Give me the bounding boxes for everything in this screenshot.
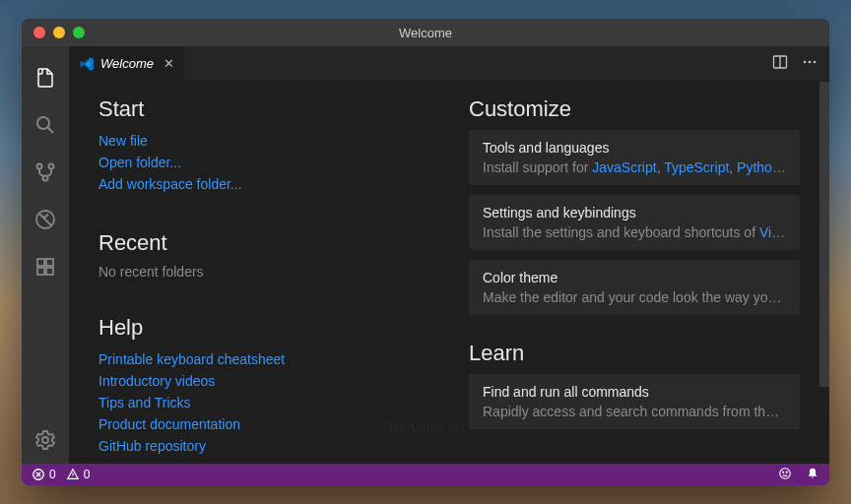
- recent-section: Recent No recent folders: [98, 230, 429, 280]
- help-github-link[interactable]: GitHub repository: [98, 435, 429, 457]
- tab-welcome[interactable]: Welcome ✕: [69, 46, 184, 81]
- keymap-vim-link[interactable]: Vim: [759, 224, 785, 240]
- scrollbar[interactable]: [819, 82, 829, 387]
- card-title: Color theme: [483, 270, 786, 285]
- settings-gear-icon[interactable]: [22, 416, 69, 464]
- svg-point-15: [809, 60, 812, 63]
- svg-point-4: [43, 176, 48, 181]
- tab-close-icon[interactable]: ✕: [164, 56, 174, 71]
- lang-py-link[interactable]: Python: [737, 159, 786, 175]
- tools-languages-card[interactable]: Tools and languages Install support for …: [469, 130, 800, 185]
- tab-bar: Welcome ✕: [69, 46, 829, 81]
- status-errors[interactable]: 0: [32, 468, 56, 481]
- open-folder-link[interactable]: Open folder...: [98, 152, 429, 173]
- warning-count: 0: [84, 468, 91, 481]
- right-column: Customize Tools and languages Install su…: [469, 96, 800, 464]
- start-section: Start New file Open folder... Add worksp…: [98, 96, 429, 195]
- editor-area: Welcome ✕ Start New: [69, 46, 829, 464]
- svg-point-16: [814, 60, 817, 63]
- app-window: Welcome: [22, 19, 829, 485]
- svg-point-0: [37, 117, 49, 129]
- learn-heading: Learn: [469, 341, 800, 366]
- settings-keybindings-card[interactable]: Settings and keybindings Install the set…: [469, 195, 800, 250]
- find-run-commands-card[interactable]: Find and run all commands Rapidly access…: [469, 374, 800, 429]
- status-warnings[interactable]: 0: [66, 468, 91, 481]
- customize-heading: Customize: [469, 96, 800, 122]
- help-heading: Help: [98, 315, 429, 341]
- color-theme-card[interactable]: Color theme Make the editor and your cod…: [469, 260, 800, 315]
- minimize-window-button[interactable]: [53, 27, 65, 38]
- card-title: Tools and languages: [483, 140, 786, 156]
- help-cheatsheet-link[interactable]: Printable keyboard cheatsheet: [98, 348, 429, 370]
- search-icon[interactable]: [22, 101, 69, 149]
- explorer-icon[interactable]: [22, 54, 69, 101]
- titlebar: Welcome: [22, 19, 829, 46]
- svg-point-3: [49, 164, 54, 169]
- tab-label: Welcome: [100, 56, 154, 71]
- start-heading: Start: [98, 96, 429, 122]
- lang-ts-link[interactable]: TypeScript: [664, 159, 729, 175]
- card-sub: Make the editor and your code look the w…: [483, 289, 786, 305]
- svg-point-14: [804, 60, 807, 63]
- more-actions-icon[interactable]: [802, 54, 818, 74]
- help-docs-link[interactable]: Product documentation: [98, 413, 429, 435]
- debug-icon[interactable]: [22, 196, 69, 243]
- main-area: Welcome ✕ Start New: [22, 46, 829, 464]
- card-sub: Rapidly access and search commands from …: [483, 404, 786, 419]
- svg-line-6: [39, 214, 51, 225]
- lang-js-link[interactable]: JavaScript: [592, 159, 656, 175]
- svg-line-1: [48, 128, 54, 134]
- feedback-smiley-icon[interactable]: [778, 467, 792, 483]
- welcome-page: Start New file Open folder... Add worksp…: [69, 81, 829, 464]
- error-icon: [32, 468, 45, 481]
- svg-point-11: [42, 437, 48, 443]
- help-section: Help Printable keyboard cheatsheet Intro…: [98, 315, 429, 457]
- svg-point-22: [786, 472, 787, 472]
- window-title: Welcome: [22, 26, 829, 40]
- split-editor-icon[interactable]: [772, 54, 788, 74]
- activity-bar: [22, 46, 69, 464]
- card-title: Find and run all commands: [483, 384, 786, 400]
- tab-actions: [772, 46, 829, 81]
- help-tips-link[interactable]: Tips and Tricks: [98, 392, 429, 413]
- help-videos-link[interactable]: Introductory videos: [98, 370, 429, 392]
- warning-icon: [66, 468, 80, 481]
- new-file-link[interactable]: New file: [98, 130, 429, 152]
- card-sub: Install the settings and keyboard shortc…: [483, 224, 786, 240]
- extensions-icon[interactable]: [22, 243, 69, 290]
- svg-rect-10: [46, 268, 53, 275]
- status-bar: 0 0: [22, 464, 829, 485]
- left-column: Start New file Open folder... Add worksp…: [98, 96, 429, 464]
- close-window-button[interactable]: [33, 27, 45, 38]
- svg-rect-8: [46, 259, 53, 266]
- recent-heading: Recent: [98, 230, 429, 256]
- traffic-lights: [22, 27, 85, 38]
- recent-empty-label: No recent folders: [98, 264, 429, 280]
- card-title: Settings and keybindings: [483, 205, 786, 220]
- svg-rect-7: [37, 259, 44, 266]
- svg-rect-9: [37, 268, 44, 275]
- svg-point-21: [783, 472, 784, 472]
- source-control-icon[interactable]: [22, 149, 69, 196]
- add-workspace-folder-link[interactable]: Add workspace folder...: [98, 173, 429, 195]
- vscode-logo-icon: [79, 56, 95, 72]
- svg-point-20: [780, 468, 791, 478]
- svg-point-2: [37, 164, 42, 169]
- zoom-window-button[interactable]: [73, 27, 85, 38]
- card-sub: Install support for JavaScript, TypeScri…: [483, 159, 786, 175]
- notifications-bell-icon[interactable]: [806, 467, 819, 483]
- error-count: 0: [49, 468, 56, 481]
